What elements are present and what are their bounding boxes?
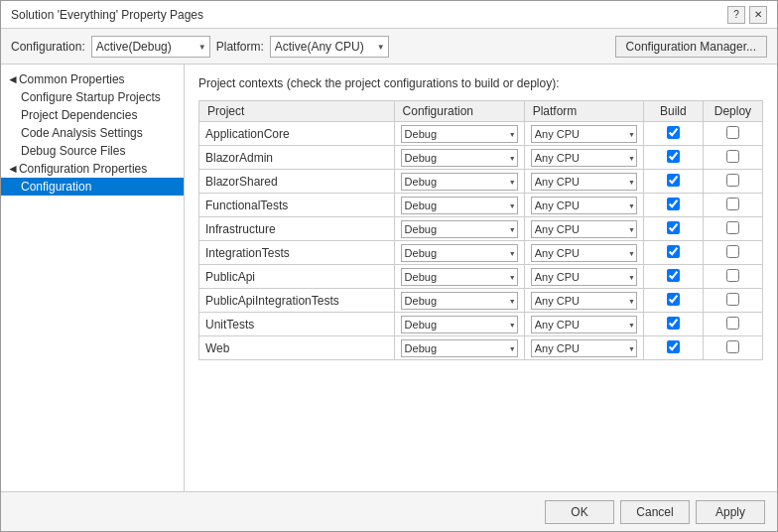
col-header-platform: Platform — [524, 101, 643, 122]
platform-row-select[interactable]: Any CPU — [531, 197, 637, 214]
deploy-checkbox[interactable] — [726, 340, 739, 353]
cancel-button[interactable]: Cancel — [620, 500, 690, 524]
sidebar-item-configuration[interactable]: Configuration — [1, 178, 184, 196]
config-row-select[interactable]: Debug — [401, 220, 518, 238]
platform-label: Platform: — [216, 40, 264, 54]
col-header-config: Configuration — [394, 101, 524, 122]
help-button[interactable]: ? — [727, 6, 745, 24]
cell-build — [643, 289, 703, 313]
sidebar-item-debug-source[interactable]: Debug Source Files — [1, 142, 184, 160]
cell-platform: Any CPU — [524, 146, 643, 170]
table-row: BlazorSharedDebugAny CPU — [199, 170, 763, 194]
deploy-checkbox[interactable] — [726, 269, 739, 282]
cell-deploy — [703, 241, 762, 265]
build-checkbox[interactable] — [667, 340, 680, 353]
deploy-checkbox[interactable] — [726, 317, 739, 330]
platform-select[interactable]: Active(Any CPU) — [270, 36, 389, 58]
platform-row-select[interactable]: Any CPU — [531, 244, 637, 262]
dialog-title: Solution 'Everything' Property Pages — [11, 8, 203, 22]
sidebar-group-config: ◄Configuration Properties Configuration — [1, 160, 184, 196]
cell-project: PublicApi — [199, 265, 395, 289]
config-row-select[interactable]: Debug — [401, 173, 518, 191]
content-area: Project contexts (check the project conf… — [185, 65, 777, 491]
sidebar-item-project-dependencies[interactable]: Project Dependencies — [1, 106, 184, 124]
cell-config: Debug — [394, 289, 524, 313]
platform-row-select[interactable]: Any CPU — [531, 339, 637, 357]
footer: OK Cancel Apply — [1, 491, 777, 531]
table-row: UnitTestsDebugAny CPU — [199, 313, 763, 336]
cell-build — [643, 265, 703, 289]
cell-config: Debug — [394, 241, 524, 265]
deploy-checkbox[interactable] — [726, 150, 739, 163]
apply-button[interactable]: Apply — [696, 500, 765, 524]
ok-button[interactable]: OK — [545, 500, 614, 524]
table-row: PublicApiDebugAny CPU — [199, 265, 763, 289]
config-row-select[interactable]: Debug — [401, 292, 518, 310]
config-row-select[interactable]: Debug — [401, 339, 518, 357]
build-checkbox[interactable] — [667, 150, 680, 163]
dialog: Solution 'Everything' Property Pages ? ✕… — [0, 0, 778, 532]
cell-config: Debug — [394, 146, 524, 170]
cell-build — [643, 122, 703, 146]
sidebar-item-code-analysis[interactable]: Code Analysis Settings — [1, 124, 184, 142]
table-row: FunctionalTestsDebugAny CPU — [199, 194, 763, 217]
config-select-wrap: Active(Debug) — [91, 36, 210, 58]
cell-build — [643, 336, 703, 360]
config-row-select[interactable]: Debug — [401, 197, 518, 214]
col-header-deploy: Deploy — [703, 101, 762, 122]
cell-build — [643, 241, 703, 265]
deploy-checkbox[interactable] — [726, 293, 739, 306]
config-row-select[interactable]: Debug — [401, 125, 518, 143]
cell-config: Debug — [394, 217, 524, 241]
config-manager-button[interactable]: Configuration Manager... — [615, 36, 767, 58]
platform-row-select[interactable]: Any CPU — [531, 316, 637, 333]
config-label: Configuration: — [11, 40, 85, 54]
cell-build — [643, 217, 703, 241]
cell-deploy — [703, 217, 762, 241]
table-row: PublicApiIntegrationTestsDebugAny CPU — [199, 289, 763, 313]
cell-project: Web — [199, 336, 395, 360]
build-checkbox[interactable] — [667, 269, 680, 282]
platform-row-select[interactable]: Any CPU — [531, 173, 637, 191]
toolbar: Configuration: Active(Debug) Platform: A… — [1, 29, 777, 65]
config-row-select[interactable]: Debug — [401, 149, 518, 167]
platform-row-select[interactable]: Any CPU — [531, 125, 637, 143]
build-checkbox[interactable] — [667, 293, 680, 306]
sidebar-group-common-header[interactable]: ◄Common Properties — [1, 70, 184, 88]
deploy-checkbox[interactable] — [726, 221, 739, 234]
cell-project: FunctionalTests — [199, 194, 395, 217]
platform-row-select[interactable]: Any CPU — [531, 292, 637, 310]
deploy-checkbox[interactable] — [726, 174, 739, 187]
table-row: IntegrationTestsDebugAny CPU — [199, 241, 763, 265]
sidebar: ◄Common Properties Configure Startup Pro… — [1, 65, 185, 491]
cell-platform: Any CPU — [524, 217, 643, 241]
cell-deploy — [703, 336, 762, 360]
build-checkbox[interactable] — [667, 245, 680, 258]
cell-platform: Any CPU — [524, 122, 643, 146]
build-checkbox[interactable] — [667, 126, 680, 139]
cell-platform: Any CPU — [524, 265, 643, 289]
sidebar-group-config-header[interactable]: ◄Configuration Properties — [1, 160, 184, 178]
deploy-checkbox[interactable] — [726, 126, 739, 139]
build-checkbox[interactable] — [667, 221, 680, 234]
title-bar: Solution 'Everything' Property Pages ? ✕ — [1, 1, 777, 29]
cell-project: BlazorShared — [199, 170, 395, 194]
deploy-checkbox[interactable] — [726, 198, 739, 210]
config-row-select[interactable]: Debug — [401, 316, 518, 333]
config-select[interactable]: Active(Debug) — [91, 36, 210, 58]
build-checkbox[interactable] — [667, 317, 680, 330]
platform-row-select[interactable]: Any CPU — [531, 268, 637, 286]
close-button[interactable]: ✕ — [749, 6, 767, 24]
config-row-select[interactable]: Debug — [401, 268, 518, 286]
build-checkbox[interactable] — [667, 174, 680, 187]
platform-row-select[interactable]: Any CPU — [531, 149, 637, 167]
platform-row-select[interactable]: Any CPU — [531, 220, 637, 238]
sidebar-item-configure-startup[interactable]: Configure Startup Projects — [1, 88, 184, 106]
build-checkbox[interactable] — [667, 198, 680, 210]
config-row-select[interactable]: Debug — [401, 244, 518, 262]
cell-config: Debug — [394, 336, 524, 360]
deploy-checkbox[interactable] — [726, 245, 739, 258]
cell-platform: Any CPU — [524, 289, 643, 313]
cell-project: PublicApiIntegrationTests — [199, 289, 395, 313]
col-header-project: Project — [199, 101, 395, 122]
